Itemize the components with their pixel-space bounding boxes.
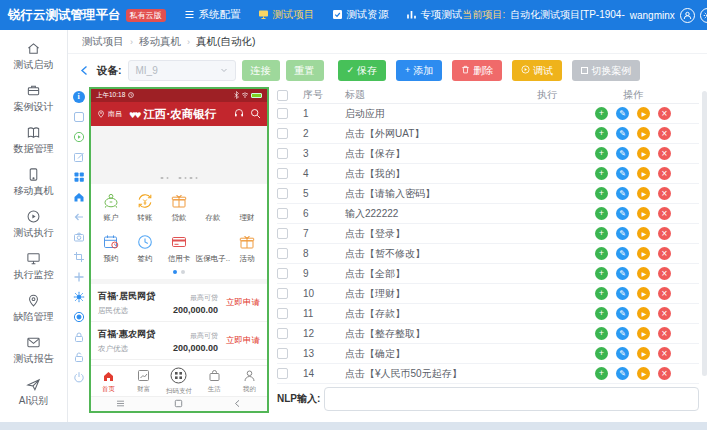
run-play-icon[interactable] [72,130,85,143]
run-step-icon[interactable]: ▶ [637,227,650,240]
sidebar-item-test-report[interactable]: 测试报告 [0,329,67,371]
run-step-icon[interactable]: ▶ [637,327,650,340]
run-step-icon[interactable]: ▶ [637,287,650,300]
delete-step-icon[interactable]: × [658,127,671,140]
grid-menu-icon[interactable] [72,170,85,183]
settings-gear-icon[interactable] [700,8,707,23]
edit-step-icon[interactable]: ✎ [616,307,629,320]
add-step-icon[interactable]: + [595,247,608,260]
apply-now-link[interactable]: 立即申请 [226,297,260,309]
delete-step-icon[interactable]: × [658,107,671,120]
switch-case-button[interactable]: 切换案例 [572,60,640,81]
sidebar-item-test-execution[interactable]: 测试执行 [0,203,67,245]
record-icon[interactable] [72,310,85,323]
breadcrumb-test-project[interactable]: 测试项目 [82,35,124,49]
row-checkbox[interactable] [277,348,288,359]
reset-button[interactable]: 重置 [286,60,324,81]
delete-step-icon[interactable]: × [658,167,671,180]
username[interactable]: wangminx [630,10,675,21]
save-button[interactable]: ✓保存 [338,60,387,81]
row-checkbox[interactable] [277,288,288,299]
lock-icon[interactable] [72,330,85,343]
row-checkbox[interactable] [277,228,288,239]
banner-carousel[interactable] [91,126,267,184]
delete-step-icon[interactable]: × [658,327,671,340]
edit-step-icon[interactable]: ✎ [616,147,629,160]
run-step-icon[interactable]: ▶ [637,247,650,260]
grid-item-credit-card[interactable]: 信用卡 [162,232,196,264]
crop-icon[interactable] [72,250,85,263]
connect-button[interactable]: 连接 [242,60,280,81]
run-step-icon[interactable]: ▶ [637,267,650,280]
delete-step-icon[interactable]: × [658,227,671,240]
device-select[interactable]: MI_9 [128,60,236,81]
add-step-icon[interactable]: + [595,127,608,140]
edit-step-icon[interactable]: ✎ [616,327,629,340]
delete-step-icon[interactable]: × [658,347,671,360]
add-step-icon[interactable]: + [595,107,608,120]
edit-step-icon[interactable]: ✎ [616,267,629,280]
android-back-icon[interactable] [233,398,242,410]
delete-step-icon[interactable]: × [658,367,671,380]
run-step-icon[interactable]: ▶ [637,347,650,360]
edit-step-icon[interactable]: ✎ [616,347,629,360]
debug-button[interactable]: 调试 [512,60,562,81]
row-checkbox[interactable] [277,148,288,159]
sidebar-item-mobile-device[interactable]: 移动真机 [0,161,67,203]
run-step-icon[interactable]: ▶ [637,187,650,200]
grid-item-deposit[interactable]: 存款 [196,191,230,223]
back-arrow-icon[interactable] [78,64,91,77]
add-step-icon[interactable]: + [595,347,608,360]
run-step-icon[interactable]: ▶ [637,127,650,140]
delete-step-icon[interactable]: × [658,147,671,160]
row-checkbox[interactable] [277,108,288,119]
row-checkbox[interactable] [277,168,288,179]
run-step-icon[interactable]: ▶ [637,307,650,320]
device-back-icon[interactable] [72,210,85,223]
row-checkbox[interactable] [277,368,288,379]
add-step-icon[interactable]: + [595,187,608,200]
run-step-icon[interactable]: ▶ [637,147,650,160]
tab-mine[interactable]: 我的 [232,369,267,394]
app-window-icon[interactable] [72,110,85,123]
add-step-icon[interactable]: + [595,307,608,320]
select-all-checkbox[interactable] [277,90,288,101]
gear-icon[interactable] [72,290,85,303]
run-step-icon[interactable]: ▶ [637,167,650,180]
sidebar-item-data-management[interactable]: 数据管理 [0,119,67,161]
sidebar-item-case-design[interactable]: 案例设计 [0,77,67,119]
avatar-icon[interactable] [680,8,695,23]
row-checkbox[interactable] [277,128,288,139]
edit-icon[interactable] [72,150,85,163]
row-checkbox[interactable] [277,328,288,339]
delete-button[interactable]: 删除 [452,60,502,81]
nlp-input[interactable] [324,387,699,411]
add-step-icon[interactable]: + [595,267,608,280]
add-step-icon[interactable]: + [595,167,608,180]
android-home-icon[interactable] [174,398,183,410]
sidebar-item-test-launch[interactable]: 测试启动 [0,35,67,77]
edit-step-icon[interactable]: ✎ [616,287,629,300]
edit-step-icon[interactable]: ✎ [616,207,629,220]
edit-step-icon[interactable]: ✎ [616,107,629,120]
edit-step-icon[interactable]: ✎ [616,127,629,140]
device-info-icon[interactable]: i [72,90,85,103]
city-label[interactable]: 南昌 [108,109,122,119]
grid-item-wealth[interactable]: 理财 [230,191,264,223]
grid-item-account[interactable]: 账户 [94,191,128,223]
tab-home[interactable]: 首页 [91,369,126,394]
phone-screen-mirror[interactable]: 上午10:18 南昌 ♥♥ 江西·农商银行 [89,87,269,413]
apply-now-link[interactable]: 立即申请 [226,335,260,347]
edit-step-icon[interactable]: ✎ [616,167,629,180]
nav-test-resource[interactable]: 测试资源 [332,8,389,22]
delete-step-icon[interactable]: × [658,187,671,200]
grid-item-medical-insurance[interactable]: 医保电子.. [196,232,230,264]
grid-item-appointment[interactable]: 预约 [94,232,128,264]
nav-special-test[interactable]: 专项测试 [406,8,463,22]
row-checkbox[interactable] [277,248,288,259]
device-home-icon[interactable] [72,190,85,203]
row-checkbox[interactable] [277,268,288,279]
run-step-icon[interactable]: ▶ [637,367,650,380]
breadcrumb-mobile-device[interactable]: 移动真机 [139,35,181,49]
grid-item-activity[interactable]: 活动 [230,232,264,264]
